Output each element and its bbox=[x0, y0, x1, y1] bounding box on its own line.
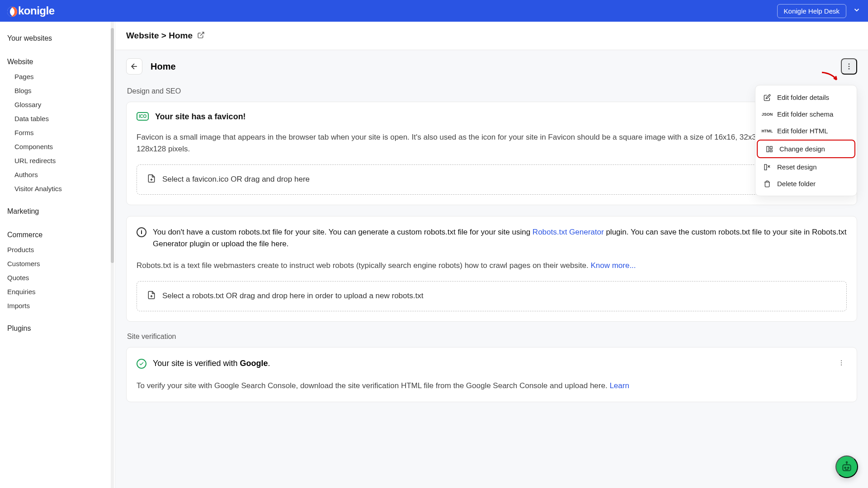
svg-point-3 bbox=[849, 66, 850, 67]
svg-point-11 bbox=[841, 364, 842, 365]
sidebar-item-components[interactable]: Components bbox=[4, 140, 111, 154]
info-icon: i bbox=[137, 227, 146, 237]
svg-point-2 bbox=[849, 63, 850, 65]
main-content: Website > Home Home Design and SEO ICO Y… bbox=[115, 22, 868, 488]
sidebar-section-website[interactable]: Website bbox=[4, 54, 111, 70]
verification-title: Your site is verified with Google. bbox=[153, 359, 270, 368]
robots-dropzone[interactable]: Select a robots.txt OR drag and drop her… bbox=[137, 281, 847, 311]
scrollbar-thumb[interactable] bbox=[111, 28, 114, 263]
dropdown-edit-folder-details[interactable]: Edit folder details bbox=[755, 89, 857, 106]
verification-desc: To verify your site with Google Search C… bbox=[137, 380, 847, 392]
page-title: Home bbox=[151, 61, 176, 72]
dropdown-change-design[interactable]: Change design bbox=[757, 140, 855, 158]
dropdown-edit-folder-html[interactable]: HTML Edit folder HTML bbox=[755, 122, 857, 139]
robots-card-desc: Robots.txt is a text file webmasters cre… bbox=[137, 260, 847, 272]
svg-rect-12 bbox=[767, 146, 769, 152]
dropdown-label: Edit folder HTML bbox=[777, 127, 828, 135]
dropdown-label: Delete folder bbox=[777, 180, 816, 188]
file-add-icon bbox=[147, 291, 156, 302]
sidebar-item-forms[interactable]: Forms bbox=[4, 126, 111, 140]
sidebar-section-marketing[interactable]: Marketing bbox=[4, 204, 111, 219]
chat-bot-icon bbox=[841, 461, 853, 473]
svg-point-9 bbox=[841, 360, 842, 361]
sidebar-section-commerce[interactable]: Commerce bbox=[4, 227, 111, 243]
html-icon: HTML bbox=[763, 129, 772, 133]
sidebar-item-products[interactable]: Products bbox=[4, 243, 111, 257]
dropdown-delete-folder[interactable]: Delete folder bbox=[755, 175, 857, 192]
back-button[interactable] bbox=[126, 58, 142, 75]
favicon-card: ICO Your site has a favicon! Favicon is … bbox=[126, 102, 857, 205]
section-site-verification: Site verification bbox=[127, 333, 857, 341]
verification-more-icon[interactable] bbox=[836, 357, 847, 370]
help-desk-button[interactable]: Konigle Help Desk bbox=[777, 4, 846, 18]
svg-rect-14 bbox=[770, 150, 772, 152]
json-icon: JSON bbox=[763, 112, 772, 117]
svg-point-22 bbox=[846, 462, 848, 463]
sidebar-item-authors[interactable]: Authors bbox=[4, 168, 111, 182]
sidebar-item-blogs[interactable]: Blogs bbox=[4, 84, 111, 98]
sidebar-item-data-tables[interactable]: Data tables bbox=[4, 112, 111, 126]
svg-point-20 bbox=[848, 467, 849, 469]
sidebar-item-url-redirects[interactable]: URL redirects bbox=[4, 154, 111, 168]
sidebar-item-imports[interactable]: Imports bbox=[4, 299, 111, 313]
breadcrumb[interactable]: Website > Home bbox=[126, 31, 193, 41]
reset-icon bbox=[763, 164, 772, 171]
svg-rect-13 bbox=[770, 146, 772, 149]
layout-icon bbox=[765, 145, 774, 153]
robots-know-more-link[interactable]: Know more... bbox=[590, 261, 636, 270]
dropdown-label: Edit folder details bbox=[777, 94, 829, 101]
svg-rect-15 bbox=[764, 164, 767, 170]
dropdown-label: Edit folder schema bbox=[777, 110, 833, 118]
chat-fab-button[interactable] bbox=[835, 455, 858, 478]
favicon-dropzone[interactable]: Select a favicon.ico OR drag and drop he… bbox=[137, 164, 847, 195]
svg-point-10 bbox=[841, 362, 842, 363]
robots-card-text: You don't have a custom robots.txt file … bbox=[153, 226, 847, 250]
verification-learn-link[interactable]: Learn bbox=[609, 381, 629, 390]
favicon-card-title: Your site has a favicon! bbox=[155, 112, 246, 122]
sidebar-item-quotes[interactable]: Quotes bbox=[4, 271, 111, 285]
brand-logo[interactable]: konigle bbox=[7, 5, 55, 17]
svg-line-0 bbox=[200, 32, 204, 36]
dropdown-reset-design[interactable]: Reset design bbox=[755, 159, 857, 175]
robots-card: i You don't have a custom robots.txt fil… bbox=[126, 216, 857, 322]
brand-text: konigle bbox=[18, 5, 55, 17]
svg-point-4 bbox=[849, 68, 850, 70]
sidebar-item-enquiries[interactable]: Enquiries bbox=[4, 285, 111, 299]
sidebar: Your websites Website Pages Blogs Glossa… bbox=[0, 22, 115, 488]
sidebar-item-pages[interactable]: Pages bbox=[4, 70, 111, 84]
file-add-icon bbox=[147, 174, 156, 185]
sidebar-section-plugins[interactable]: Plugins bbox=[4, 321, 111, 336]
breadcrumb-bar: Website > Home bbox=[115, 22, 868, 50]
robots-generator-link[interactable]: Robots.txt Generator bbox=[533, 228, 604, 236]
dropdown-label: Change design bbox=[779, 145, 825, 153]
verification-card: Your site is verified with Google. To ve… bbox=[126, 347, 857, 402]
favicon-dropzone-text: Select a favicon.ico OR drag and drop he… bbox=[162, 175, 310, 184]
svg-point-19 bbox=[844, 467, 846, 469]
sidebar-item-customers[interactable]: Customers bbox=[4, 257, 111, 271]
check-circle-icon bbox=[137, 359, 146, 369]
section-design-seo: Design and SEO bbox=[127, 87, 857, 95]
more-options-button[interactable] bbox=[841, 58, 857, 75]
sidebar-item-glossary[interactable]: Glossary bbox=[4, 98, 111, 112]
logo-icon bbox=[7, 7, 17, 17]
robots-dropzone-text: Select a robots.txt OR drag and drop her… bbox=[162, 291, 423, 300]
sidebar-your-websites[interactable]: Your websites bbox=[4, 31, 111, 46]
chevron-down-icon[interactable] bbox=[853, 6, 861, 16]
edit-icon bbox=[763, 94, 772, 101]
trash-icon bbox=[763, 180, 772, 188]
arrow-annotation bbox=[820, 69, 841, 87]
dropdown-edit-folder-schema[interactable]: JSON Edit folder schema bbox=[755, 106, 857, 122]
favicon-badge-icon: ICO bbox=[137, 112, 149, 121]
top-bar: konigle Konigle Help Desk bbox=[0, 0, 868, 22]
dropdown-label: Reset design bbox=[777, 163, 817, 171]
favicon-card-desc: Favicon is a small image that appears in… bbox=[137, 131, 847, 155]
sidebar-item-visitor-analytics[interactable]: Visitor Analytics bbox=[4, 182, 111, 196]
external-link-icon[interactable] bbox=[197, 31, 205, 41]
folder-actions-dropdown: Edit folder details JSON Edit folder sch… bbox=[755, 85, 857, 196]
